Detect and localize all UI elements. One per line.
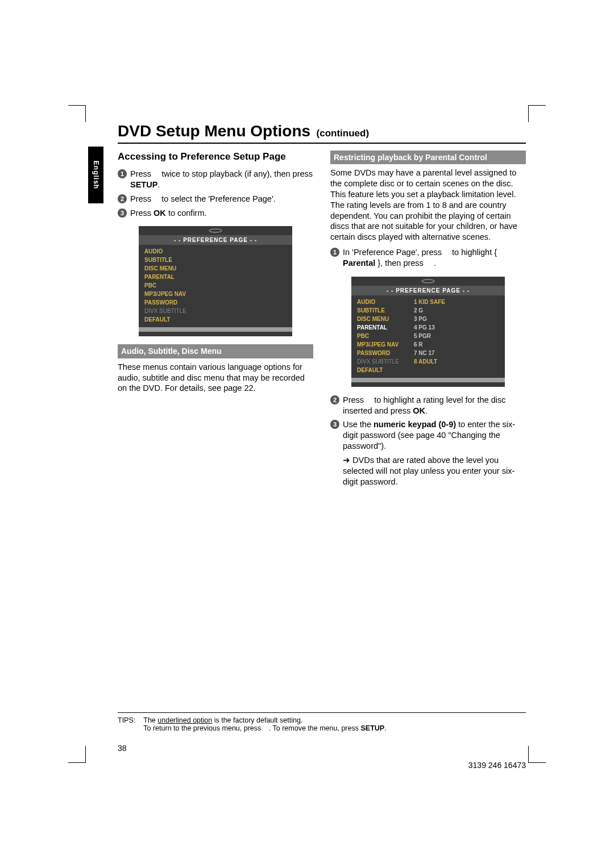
arrow-icon (263, 726, 269, 732)
step-bullet-3: 3 (118, 208, 127, 218)
arrow-icon (154, 197, 159, 202)
arrow-icon (366, 398, 372, 403)
step-bullet-2: 2 (330, 395, 339, 404)
r-step-3: 3 Use the numeric keypad (0-9) to enter … (330, 419, 526, 452)
tips-body: The underlined option is the factory def… (143, 716, 526, 732)
tips-label: TIPS: (118, 716, 135, 732)
language-tab: English (88, 147, 103, 203)
section-heading: Accessing to Preference Setup Page (118, 151, 313, 163)
title-continued: (continued) (317, 128, 370, 139)
section-bar-audio: Audio, Subtitle, Disc Menu (118, 344, 313, 358)
svg-point-1 (422, 279, 434, 283)
step-bullet-3: 3 (330, 420, 339, 429)
two-column-body: Accessing to Preference Setup Page 1 Pre… (118, 151, 526, 491)
section-bar-parental: Restricting playback by Parental Control (330, 151, 526, 164)
page-content: English DVD Setup Menu Options (continue… (88, 88, 526, 770)
document-code: 3139 246 16473 (468, 761, 526, 770)
language-label: English (92, 161, 100, 189)
section-text: These menus contain various language opt… (118, 362, 313, 394)
osd-item: DIVX SUBTITLE (144, 307, 201, 315)
right-column: Restricting playback by Parental Control… (330, 151, 526, 491)
r-step-3-note: ➜ DVDs that are rated above the level yo… (330, 455, 526, 487)
title-main: DVD Setup Menu Options (118, 122, 310, 140)
svg-point-0 (209, 229, 222, 232)
page-title: DVD Setup Menu Options (continued) (118, 122, 526, 144)
tips-footer: TIPS: The underlined option is the facto… (118, 712, 526, 732)
osd-item: PARENTAL (144, 273, 201, 281)
r-step-1: 1 In 'Preference Page', press to highlig… (330, 247, 526, 269)
osd-item: MP3/JPEG NAV (144, 290, 201, 298)
step-2: 2 Press to select the 'Preference Page'. (118, 194, 313, 205)
osd-item: DEFAULT (144, 315, 201, 324)
osd-item: SUBTITLE (144, 256, 201, 264)
step-1: 1 Press twice to stop playback (if any),… (118, 169, 313, 190)
left-column: Accessing to Preference Setup Page 1 Pre… (118, 151, 313, 491)
step-bullet-2: 2 (118, 194, 127, 203)
step-bullet-1: 1 (330, 248, 339, 257)
osd-item: AUDIO (144, 247, 201, 256)
r-step-2: 2 Press to highlight a rating level for … (330, 395, 526, 416)
osd-preference-page-2: - - PREFERENCE PAGE - - AUDIO1 KID SAFE … (351, 277, 505, 387)
arrow-icon (444, 250, 450, 256)
stop-icon (154, 172, 159, 177)
parental-intro: Some DVDs may have a parental level assi… (330, 168, 526, 243)
osd-preference-page-1: - - PREFERENCE PAGE - - AUDIO SUBTITLE D… (139, 226, 292, 336)
arrow-icon (426, 261, 432, 266)
osd-logo (139, 226, 292, 235)
step-bullet-1: 1 (118, 169, 127, 178)
osd-item: DISC MENU (144, 264, 201, 273)
step-3: 3 Press OK to confirm. (118, 208, 313, 219)
page-number: 38 (118, 744, 127, 753)
osd-header: - - PREFERENCE PAGE - - (351, 286, 505, 295)
osd-item: PASSWORD (144, 298, 201, 307)
osd-logo (351, 277, 505, 286)
osd-footer-bar (139, 327, 292, 332)
osd-footer-bar (351, 378, 505, 382)
osd-item: PBC (144, 281, 201, 290)
osd-header: - - PREFERENCE PAGE - - (139, 235, 292, 245)
